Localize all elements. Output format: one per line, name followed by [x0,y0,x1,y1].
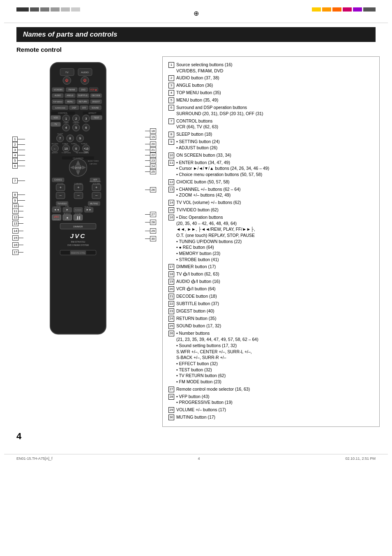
deco-block [61,7,70,12]
svg-text:100%: 100% [83,152,89,154]
desc-item-24: 24RETURN button (35) [168,315,374,322]
desc-text: Remote control mode selector (16, 63) [176,386,374,392]
svg-text:JVC: JVC [70,232,86,239]
svg-text:VOLUME: VOLUME [92,183,100,185]
svg-text:SURROUND: SURROUND [55,107,65,109]
svg-text:DECODE: DECODE [92,95,100,97]
desc-item-11: 11• ENTER button (34, 47, 49) • Cursor ►… [168,160,374,178]
desc-item-19: 19AUDIO ⏻/I button (16) [168,278,374,285]
callout-label-14: 14 [12,228,23,234]
svg-text:S-BACK: S-BACK [62,143,69,145]
callout-num-6: 6 [12,163,18,169]
svg-text:DSP: DSP [72,107,76,109]
desc-text: VCR ⏻/I button (64) [176,286,374,292]
callout-label-3: 3 [12,147,25,153]
desc-num-box: 1 [168,62,174,68]
callout-num-20: 20 [150,141,156,147]
desc-item-15: 15TV/VIDEO button (62) [168,207,374,213]
desc-num-box: 9 [168,139,174,145]
remote-image: TV AUDIO ⏻ ⏻ VCR/DBS FM/AM [37,60,119,341]
svg-text:►: ► [66,208,69,211]
callout-label-27: 27 [145,212,156,217]
callout-label-18: 18 [145,128,156,134]
svg-text:●REC: ●REC [54,216,60,218]
desc-item-26: 26• Number buttons (21, 23, 35, 39, 44, … [168,330,374,385]
svg-text:REMOTE CTRL: REMOTE CTRL [71,252,85,254]
callout-num-22: 22 [150,153,156,158]
svg-text:1: 1 [65,117,67,120]
svg-text:⏻: ⏻ [65,79,69,82]
callout-label-11: 11 [12,208,23,214]
desc-num-box: 15 [168,207,174,213]
desc-text: TV VOL (volume) +/– buttons (62) [176,199,374,206]
callout-num-25: 25 [150,169,156,174]
svg-text:SOUND: SOUND [92,107,99,109]
svg-text:CHOICE: CHOICE [54,179,62,181]
title-section: Names of parts and controls [16,27,376,42]
desc-text: • Number buttons (21, 23, 35, 39, 44, 47… [176,330,374,385]
svg-text:CENTER: CENTER [73,122,79,124]
callout-num-2: 2 [12,142,18,147]
desc-item-10: 10ON SCREEN button (33, 34) [168,152,374,158]
footer-right: 02.10.11, 2:51 PM [345,456,376,461]
callout-num-28: 28 [150,220,156,225]
svg-text:AUDIO: AUDIO [81,71,89,74]
callout-num-26: 26 [150,187,156,192]
svg-text:⏻: ⏻ [83,79,87,82]
svg-text:VCR ⏻: VCR ⏻ [90,89,97,91]
desc-item-16: 16• Disc Operation buttons (20, 35, 40 –… [168,214,374,263]
desc-item-8: 8SLEEP button (18) [168,131,374,137]
desc-num-box: 28 [168,394,174,400]
desc-item-4: 4TOP MENU button (35) [168,90,374,96]
remote-panel: TV AUDIO ⏻ ⏻ VCR/DBS FM/AM [12,56,156,336]
desc-num-box: 23 [168,308,174,314]
desc-item-18: 18TV ⏻/I button (62, 63) [168,271,374,277]
deco-block [312,7,321,12]
desc-num-box: 17 [168,264,174,270]
desc-num-box: 19 [168,279,174,285]
svg-text:STROBE: STROBE [75,213,81,215]
desc-text: ON SCREEN button (33, 34) [176,152,374,158]
desc-num-box: 11 [168,160,174,166]
desc-num-box: 18 [168,271,174,277]
desc-text: TOP MENU button (35) [176,90,374,96]
desc-item-25: 25SOUND button (17, 32) [168,323,374,329]
callout-label-17: 17 [12,250,23,255]
desc-text: RETURN button (35) [176,315,374,322]
desc-num-box: 14 [168,200,174,206]
callout-num-12: 12 [12,215,18,220]
svg-text:AUDIO: AUDIO [55,95,61,97]
svg-text:MENU: MENU [67,101,73,103]
callout-num-3: 3 [12,147,18,153]
svg-text:TV: TV [54,123,57,125]
svg-text:SETTING: SETTING [51,143,58,145]
callout-label-2: 2 [12,142,25,147]
svg-text:MEMORY: MEMORY [64,213,71,215]
page-number: 4 [4,427,388,446]
footer-left: EN01-15.TH-A75[A]_f [16,456,53,461]
desc-item-30: 30MUTING button (17) [168,414,374,420]
callout-label-30: 30 [145,236,156,241]
desc-text: CONTROL buttons VCR (64), TV (62, 63) [176,118,374,130]
desc-text: VOLUME +/– buttons (17) [176,407,374,413]
callout-num-21: 21 [150,147,156,153]
svg-text:MUTING: MUTING [90,203,98,205]
svg-text:←: ← [53,147,56,150]
callout-label-7: 7 [12,178,25,183]
svg-text:9: 9 [79,137,81,140]
desc-num-box: 8 [168,132,174,137]
svg-text:CONTROL: CONTROL [58,112,68,114]
svg-text:RM-STHA7SU: RM-STHA7SU [71,241,85,243]
callout-label-4: 4 [12,153,25,158]
svg-text:VCR/DBS: VCR/DBS [54,89,63,91]
desc-item-21: 21DECODE button (18) [168,293,374,299]
svg-text:10: 10 [65,147,68,151]
callout-wrap: TV AUDIO ⏻ ⏻ VCR/DBS FM/AM [12,56,156,336]
desc-item-14: 14TV VOL (volume) +/– buttons (62) [168,199,374,206]
callout-label-13: 13 [12,221,23,226]
content-layout: TV AUDIO ⏻ ⏻ VCR/DBS FM/AM [12,56,380,427]
desc-text: TV/VIDEO button (62) [176,207,374,213]
info-panel: 1Source selecting buttons (16) VCR/DBS, … [162,56,380,427]
desc-item-12: 12CHOICE button (50, 57, 58) [168,179,374,185]
desc-text: AUDIO ⏻/I button (16) [176,278,374,285]
